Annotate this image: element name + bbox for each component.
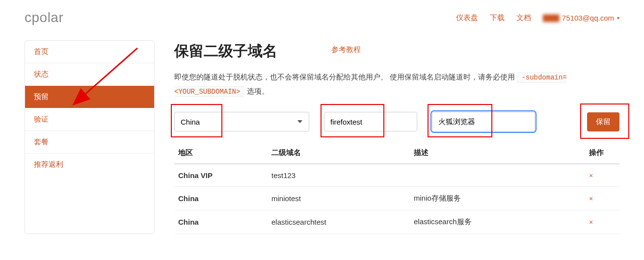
subdomain-input-wrap — [324, 112, 417, 131]
cell-desc: elasticsearch服务 — [410, 210, 585, 234]
tutorial-link[interactable]: 参考教程 — [331, 45, 361, 54]
sidebar: 首页 状态 预留 验证 套餐 推荐返利 — [25, 40, 155, 234]
description-text: 即使您的隧道处于脱机状态，也不会将保留域名分配给其他用户。 使用保留域名启动隧道… — [174, 70, 619, 98]
header: cpolar 仪表盘 下载 文档 ▇▇▇75103@qq.com ▾ — [25, 0, 619, 40]
description-input[interactable] — [432, 112, 535, 131]
delete-icon[interactable]: × — [589, 195, 593, 203]
desc-prefix: 即使您的隧道处于脱机状态，也不会将保留域名分配给其他用户。 使用保留域名启动隧道… — [174, 73, 517, 81]
nav-docs[interactable]: 文档 — [516, 13, 531, 23]
th-region: 地区 — [174, 142, 268, 164]
sidebar-item-status[interactable]: 状态 — [25, 63, 154, 86]
sidebar-item-reserved[interactable]: 预留 — [25, 86, 154, 108]
region-select-wrap: China — [174, 112, 309, 131]
sidebar-item-home[interactable]: 首页 — [25, 41, 154, 63]
th-action: 操作 — [585, 142, 619, 164]
cell-subdomain: elasticsearchtest — [268, 210, 410, 234]
th-subdomain: 二级域名 — [268, 142, 410, 164]
user-blurred-part: ▇▇▇ — [543, 13, 559, 22]
desc-suffix: 选项。 — [244, 87, 268, 95]
table-row: China elasticsearchtest elasticsearch服务 … — [174, 210, 619, 234]
sidebar-item-auth[interactable]: 验证 — [25, 108, 154, 131]
reserved-table: 地区 二级域名 描述 操作 China VIP test123 × China — [174, 142, 619, 234]
top-nav: 仪表盘 下载 文档 ▇▇▇75103@qq.com ▾ — [456, 13, 619, 23]
region-select[interactable]: China — [174, 112, 309, 131]
main-content: 保留二级子域名 参考教程 即使您的隧道处于脱机状态，也不会将保留域名分配给其他用… — [174, 40, 619, 234]
cell-subdomain: miniotest — [268, 187, 410, 210]
save-button-wrap: 保留 — [587, 112, 619, 131]
delete-icon[interactable]: × — [589, 218, 593, 226]
cell-region: China — [174, 210, 268, 234]
save-button[interactable]: 保留 — [587, 112, 619, 131]
desc-input-wrap — [432, 112, 535, 131]
sidebar-item-referral[interactable]: 推荐返利 — [25, 154, 154, 176]
page-title: 保留二级子域名 — [174, 41, 277, 61]
cell-desc: minio存储服务 — [410, 187, 585, 210]
nav-user-dropdown[interactable]: ▇▇▇75103@qq.com ▾ — [543, 13, 619, 22]
form-row: China 保留 — [174, 112, 619, 131]
table-row: China VIP test123 × — [174, 164, 619, 187]
logo: cpolar — [25, 10, 63, 26]
delete-icon[interactable]: × — [589, 172, 593, 180]
cell-desc — [410, 164, 585, 187]
cell-region: China VIP — [174, 164, 268, 187]
chevron-down-icon: ▾ — [617, 15, 619, 21]
cell-region: China — [174, 187, 268, 210]
nav-dashboard[interactable]: 仪表盘 — [456, 13, 478, 23]
th-desc: 描述 — [410, 142, 585, 164]
nav-download[interactable]: 下载 — [490, 13, 505, 23]
subdomain-input[interactable] — [324, 112, 417, 131]
cell-subdomain: test123 — [268, 164, 410, 187]
sidebar-item-plan[interactable]: 套餐 — [25, 131, 154, 154]
table-row: China miniotest minio存储服务 × — [174, 187, 619, 210]
user-email-visible: 75103@qq.com — [562, 14, 614, 22]
